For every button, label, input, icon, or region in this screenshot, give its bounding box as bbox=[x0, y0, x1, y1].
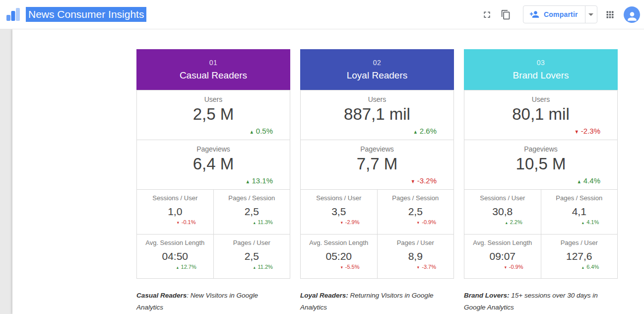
delta-value: -0.1% bbox=[182, 219, 196, 225]
delta-value: 13.1% bbox=[252, 176, 273, 185]
segment-card-casual-readers: 01 Casual Readers Users 2,5 M 0.5% Pagev… bbox=[136, 49, 290, 279]
trend-arrow-icon bbox=[574, 127, 581, 135]
share-button[interactable]: Compartir bbox=[523, 6, 585, 23]
sessions-per-user-scorecard: Sessions / User 30,8 2.2% bbox=[464, 190, 541, 234]
avg-session-length-scorecard: Avg. Session Length 05:20 -5.5% bbox=[301, 235, 377, 278]
segment-name: Casual Readers bbox=[136, 70, 290, 81]
trend-arrow-icon bbox=[340, 219, 345, 225]
trend-arrow-icon bbox=[410, 176, 417, 185]
delta-value: -5.5% bbox=[345, 264, 360, 270]
metric-label: Pages / User bbox=[397, 239, 434, 246]
metric-value: 4,1 bbox=[572, 206, 586, 218]
trend-arrow-icon bbox=[416, 264, 422, 270]
chevron-down-icon bbox=[588, 13, 593, 16]
metric-value: 04:50 bbox=[162, 250, 188, 262]
delta-value: 0.5% bbox=[256, 127, 273, 135]
segment-scorecards: Users 80,1 mil -2.3% Pageviews 10,5 M 4.… bbox=[464, 90, 618, 279]
trend-arrow-icon bbox=[245, 176, 252, 185]
delta-value: 4.4% bbox=[583, 176, 600, 185]
fullscreen-button[interactable] bbox=[481, 8, 493, 20]
delta-value: -2.9% bbox=[345, 219, 360, 225]
user-avatar[interactable] bbox=[624, 6, 640, 23]
metric-label: Pages / Session bbox=[556, 194, 602, 202]
metric-label: Avg. Session Length bbox=[473, 239, 532, 246]
metric-label: Avg. Session Length bbox=[309, 239, 368, 246]
person-add-icon bbox=[529, 9, 539, 19]
metric-label: Sessions / User bbox=[480, 194, 525, 202]
trend-arrow-icon bbox=[581, 219, 586, 225]
segment-name: Brand Lovers bbox=[464, 70, 618, 81]
metric-delta: 0.5% bbox=[249, 127, 273, 135]
metric-value: 3,5 bbox=[331, 206, 346, 218]
pageviews-scorecard: Pageviews 6,4 M 13.1% bbox=[137, 140, 290, 189]
segment-footnote: Casual Readers: New Visitors in Google A… bbox=[136, 290, 281, 314]
metric-label: Pages / Session bbox=[228, 194, 275, 202]
metric-label: Avg. Session Length bbox=[145, 239, 204, 246]
copy-report-button[interactable] bbox=[500, 8, 512, 20]
apps-grid-icon bbox=[605, 9, 615, 20]
fullscreen-icon bbox=[482, 9, 492, 20]
metric-value: 09:07 bbox=[489, 250, 515, 262]
metric-delta: 11.3% bbox=[253, 219, 273, 225]
metric-label: Sessions / User bbox=[152, 194, 197, 202]
apps-menu-button[interactable] bbox=[604, 8, 616, 20]
metric-value: 80,1 mil bbox=[512, 105, 570, 124]
datastudio-logo-icon[interactable] bbox=[5, 6, 21, 22]
segment-header: 03 Brand Lovers bbox=[464, 49, 618, 90]
metric-delta: 13.1% bbox=[245, 176, 273, 185]
report-title[interactable]: News Consumer Insights bbox=[26, 7, 146, 22]
metric-delta: -3.2% bbox=[410, 176, 437, 185]
pages-per-user-scorecard: Pages / User 2,5 11.2% bbox=[214, 235, 290, 278]
footnote-term: Casual Readers bbox=[136, 292, 187, 299]
delta-value: 11.3% bbox=[258, 219, 272, 225]
metric-value: 2,5 bbox=[245, 206, 259, 218]
metric-delta: 11.2% bbox=[253, 264, 273, 270]
metric-value: 8,9 bbox=[408, 250, 423, 262]
metric-value: 2,5 M bbox=[193, 105, 234, 124]
delta-value: 2.6% bbox=[420, 127, 437, 135]
footnote-term: Brand Lovers: bbox=[464, 292, 510, 299]
metric-delta: 4.1% bbox=[581, 219, 599, 225]
delta-value: 4.1% bbox=[586, 219, 599, 225]
metric-label: Pages / User bbox=[561, 239, 598, 246]
delta-value: 6.4% bbox=[586, 264, 599, 270]
delta-value: -0.9% bbox=[509, 264, 523, 270]
metric-delta: -5.5% bbox=[340, 264, 360, 270]
metric-delta: -0.9% bbox=[416, 219, 436, 225]
segment-number: 03 bbox=[464, 59, 618, 67]
report-viewport: News Consumer Insights Compartir bbox=[0, 0, 644, 314]
trend-arrow-icon bbox=[577, 176, 583, 185]
users-scorecard: Users 2,5 M 0.5% bbox=[137, 90, 290, 140]
trend-arrow-icon bbox=[504, 264, 509, 270]
metric-value: 127,6 bbox=[566, 250, 592, 262]
delta-value: -3.2% bbox=[417, 176, 437, 185]
metric-delta: 12.7% bbox=[176, 264, 196, 270]
metric-delta: -3.7% bbox=[416, 264, 436, 270]
trend-arrow-icon bbox=[581, 264, 586, 270]
metric-delta: -0.9% bbox=[504, 264, 523, 270]
share-options-dropdown[interactable] bbox=[585, 6, 597, 23]
segment-header: 02 Loyal Readers bbox=[300, 49, 454, 90]
pages-per-session-scorecard: Pages / Session 2,5 11.3% bbox=[214, 190, 290, 234]
metric-delta: 2.6% bbox=[413, 127, 437, 135]
trend-arrow-icon bbox=[253, 219, 258, 225]
metric-label: Users bbox=[368, 95, 386, 103]
metric-delta: 2.2% bbox=[505, 219, 522, 225]
metric-label: Pageviews bbox=[360, 145, 394, 153]
trend-arrow-icon bbox=[416, 219, 422, 225]
delta-value: 12.7% bbox=[181, 264, 196, 270]
metric-value: 10,5 M bbox=[516, 155, 566, 173]
segment-header: 01 Casual Readers bbox=[136, 49, 290, 90]
delta-value: -0.9% bbox=[422, 219, 436, 225]
trend-arrow-icon bbox=[176, 219, 182, 225]
metric-label: Sessions / User bbox=[316, 194, 361, 202]
metric-value: 6,4 M bbox=[193, 155, 234, 173]
metric-value: 2,5 bbox=[408, 206, 423, 218]
trend-arrow-icon bbox=[340, 264, 345, 270]
metric-delta: -2.3% bbox=[574, 127, 600, 135]
canvas-gutter bbox=[0, 29, 12, 314]
metric-value: 1,0 bbox=[168, 206, 182, 218]
copy-icon bbox=[501, 9, 511, 20]
metric-delta: -2.9% bbox=[340, 219, 360, 225]
metric-label: Pages / User bbox=[233, 239, 270, 246]
